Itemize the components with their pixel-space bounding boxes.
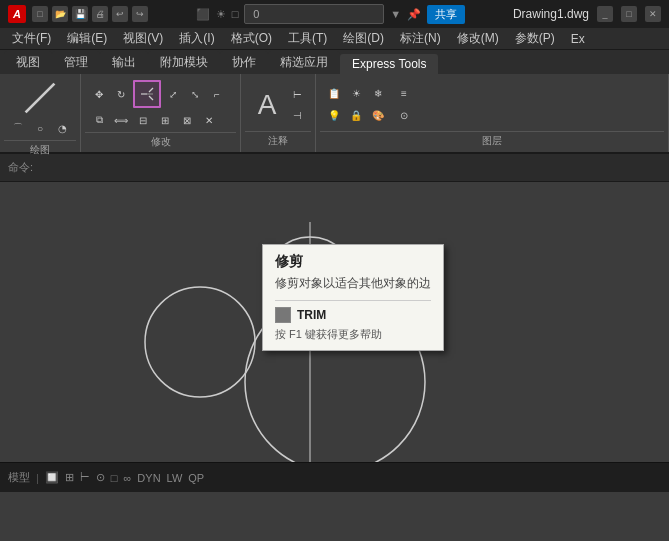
stretch-icon[interactable]: ⤡ xyxy=(185,84,205,104)
modify-panel-label: 修改 xyxy=(85,132,236,151)
redo-icon[interactable]: ↪ xyxy=(132,6,148,22)
maximize-icon[interactable]: □ xyxy=(621,6,637,22)
status-lw[interactable]: LW xyxy=(167,472,183,484)
title-bar-center: ⬛ ☀ □ ▼ 📌 共享 xyxy=(196,4,466,24)
status-snap[interactable]: 🔲 xyxy=(45,471,59,484)
trim-icon[interactable] xyxy=(133,80,161,108)
menu-insert[interactable]: 插入(I) xyxy=(171,28,222,49)
filename-label: Drawing1.dwg xyxy=(513,7,589,21)
tooltip-cmd-icon xyxy=(275,307,291,323)
panel-layers: 📋 ☀ ❄ 💡 🔒 🎨 ≡ ⊙ 图层 xyxy=(316,74,669,152)
draw-panel-label: 绘图 xyxy=(4,140,76,159)
circle-icon[interactable]: ○ xyxy=(30,118,50,138)
layer-state-icon[interactable]: ☀ xyxy=(346,84,366,104)
tab-output[interactable]: 输出 xyxy=(100,51,148,74)
svg-line-0 xyxy=(26,84,55,113)
text-icon[interactable]: A xyxy=(249,87,285,123)
tooltip-title: 修剪 xyxy=(275,253,431,271)
status-ortho[interactable]: ⊢ xyxy=(80,471,90,484)
new-icon[interactable]: □ xyxy=(32,6,48,22)
panel-modify: ✥ ↻ ⤢ ⤡ ⌐ ⧉ xyxy=(81,74,241,152)
copy-icon[interactable]: ⧉ xyxy=(89,110,109,130)
menu-params[interactable]: 参数(P) xyxy=(507,28,563,49)
offset-icon[interactable]: ⊟ xyxy=(133,110,153,130)
layer-color-icon[interactable]: 🎨 xyxy=(368,106,388,126)
ribbon: ⌒ ○ ◔ 绘图 ✥ ↻ xyxy=(0,74,669,154)
app-logo: A xyxy=(8,5,26,23)
svg-line-2 xyxy=(149,88,153,92)
title-bar-left: A □ 📂 💾 🖨 ↩ ↪ xyxy=(8,5,148,23)
modify-icons: ✥ ↻ ⤢ ⤡ ⌐ ⧉ xyxy=(85,76,236,132)
mirror-icon[interactable]: ⟺ xyxy=(111,110,131,130)
tab-addins[interactable]: 附加模块 xyxy=(148,51,220,74)
window-controls[interactable]: _ xyxy=(597,6,613,22)
close-icon[interactable]: ✕ xyxy=(645,6,661,22)
menu-edit[interactable]: 编辑(E) xyxy=(59,28,115,49)
menu-file[interactable]: 文件(F) xyxy=(4,28,59,49)
menu-modify[interactable]: 修改(M) xyxy=(449,28,507,49)
tooltip-command-text: TRIM xyxy=(297,308,326,322)
status-grid[interactable]: ⊞ xyxy=(65,471,74,484)
line-icon[interactable] xyxy=(22,80,58,116)
layers-panel-label: 图层 xyxy=(320,131,664,150)
menu-draw[interactable]: 绘图(D) xyxy=(335,28,392,49)
tab-view[interactable]: 视图 xyxy=(4,51,52,74)
share-button[interactable]: 共享 xyxy=(427,5,465,24)
input-bar: 命令: xyxy=(0,154,669,182)
layers-icons: 📋 ☀ ❄ 💡 🔒 🎨 ≡ ⊙ xyxy=(320,76,664,131)
layer-freeze-icon[interactable]: ❄ xyxy=(368,84,388,104)
menu-bar: 文件(F) 编辑(E) 视图(V) 插入(I) 格式(O) 工具(T) 绘图(D… xyxy=(0,28,669,50)
canvas-area: [-][俯视][二维线框] 修剪 修剪对象以适合其他对象的边 TRIM 按 xyxy=(0,182,669,462)
tab-collaborate[interactable]: 协作 xyxy=(220,51,268,74)
status-osnap[interactable]: □ xyxy=(111,472,118,484)
menu-format[interactable]: 格式(O) xyxy=(223,28,280,49)
menu-dimension[interactable]: 标注(N) xyxy=(392,28,449,49)
menu-tools[interactable]: 工具(T) xyxy=(280,28,335,49)
layer-prop-icon[interactable]: 📋 xyxy=(324,84,344,104)
polyline-icon[interactable]: ⌒ xyxy=(8,118,28,138)
quick-access-toolbar: □ 📂 💾 🖨 ↩ ↪ xyxy=(32,6,148,22)
draw-icons: ⌒ ○ ◔ xyxy=(4,76,76,140)
title-bar: A □ 📂 💾 🖨 ↩ ↪ ⬛ ☀ □ ▼ 📌 共享 Drawing1.dwg … xyxy=(0,0,669,28)
tooltip-description: 修剪对象以适合其他对象的边 xyxy=(275,275,431,292)
move-icon[interactable]: ✥ xyxy=(89,84,109,104)
print-icon[interactable]: 🖨 xyxy=(92,6,108,22)
menu-ex[interactable]: Ex xyxy=(563,28,593,49)
dimstyle-icon[interactable]: ⊣ xyxy=(287,105,307,125)
status-qp[interactable]: QP xyxy=(188,472,204,484)
scale-icon[interactable]: ⤢ xyxy=(163,84,183,104)
dimlinear-icon[interactable]: ⊢ xyxy=(287,84,307,104)
panel-annotation: A ⊢ ⊣ 注释 xyxy=(241,74,316,152)
panel-draw: ⌒ ○ ◔ 绘图 xyxy=(0,74,81,152)
array-icon[interactable]: ⊞ xyxy=(155,110,175,130)
fillet-icon[interactable]: ⌐ xyxy=(207,84,227,104)
tooltip-help-text: 按 F1 键获得更多帮助 xyxy=(275,327,431,342)
layer-lock-icon[interactable]: 🔒 xyxy=(346,106,366,126)
save-icon[interactable]: 💾 xyxy=(72,6,88,22)
erase-icon[interactable]: ✕ xyxy=(199,110,219,130)
layer-on-icon[interactable]: 💡 xyxy=(324,106,344,126)
layer-iso-icon[interactable]: ⊙ xyxy=(394,106,414,126)
status-model[interactable]: 模型 xyxy=(8,470,30,485)
tooltip-command-row: TRIM xyxy=(275,307,431,323)
status-dynin[interactable]: DYN xyxy=(137,472,160,484)
menu-view[interactable]: 视图(V) xyxy=(115,28,171,49)
status-polar[interactable]: ⊙ xyxy=(96,471,105,484)
status-otrack[interactable]: ∞ xyxy=(124,472,132,484)
title-bar-right: Drawing1.dwg _ □ ✕ xyxy=(513,6,661,22)
tab-express-tools[interactable]: Express Tools xyxy=(340,54,438,74)
tooltip-divider xyxy=(275,300,431,301)
arc-icon[interactable]: ◔ xyxy=(52,118,72,138)
tab-manage[interactable]: 管理 xyxy=(52,51,100,74)
undo-icon[interactable]: ↩ xyxy=(112,6,128,22)
explode-icon[interactable]: ⊠ xyxy=(177,110,197,130)
open-icon[interactable]: 📂 xyxy=(52,6,68,22)
rotate-icon[interactable]: ↻ xyxy=(111,84,131,104)
layer-input[interactable] xyxy=(244,4,384,24)
match-prop-icon[interactable]: ≡ xyxy=(394,84,414,104)
status-bar: 模型 | 🔲 ⊞ ⊢ ⊙ □ ∞ DYN LW QP xyxy=(0,462,669,492)
tooltip-popup: 修剪 修剪对象以适合其他对象的边 TRIM 按 F1 键获得更多帮助 xyxy=(262,244,444,351)
tab-featured[interactable]: 精选应用 xyxy=(268,51,340,74)
svg-line-3 xyxy=(149,96,153,100)
annotation-panel-label: 注释 xyxy=(245,131,311,150)
